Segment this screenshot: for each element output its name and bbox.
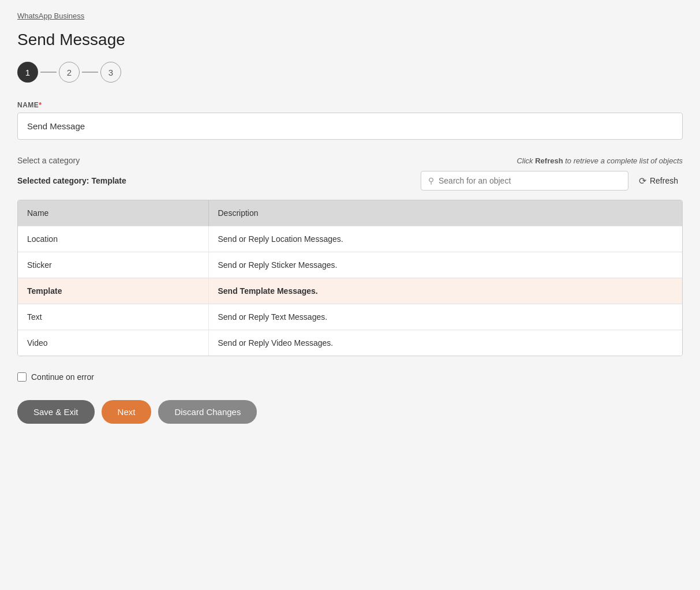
page-title: Send Message (17, 31, 683, 49)
category-label: Select a category (17, 156, 80, 165)
step-connector-1 (40, 72, 57, 73)
row-description: Send Template Messages. (208, 278, 682, 304)
save-exit-button[interactable]: Save & Exit (17, 400, 95, 424)
category-controls: Selected category: Template ⚲ ⟳ Refresh (17, 171, 683, 191)
table-header-row: Name Description (18, 200, 682, 226)
search-input[interactable] (439, 176, 621, 185)
page-container: WhatsApp Business Send Message 1 2 3 NAM… (0, 0, 700, 590)
table-row[interactable]: Sticker Send or Reply Sticker Messages. (18, 252, 682, 278)
required-star: * (39, 101, 42, 109)
discard-changes-button[interactable]: Discard Changes (158, 400, 257, 424)
row-name: Location (18, 226, 208, 252)
row-name: Template (18, 278, 208, 304)
row-name: Sticker (18, 252, 208, 278)
table-row[interactable]: Text Send or Reply Text Messages. (18, 304, 682, 330)
name-field-wrapper: NAME* (17, 101, 683, 140)
refresh-label: Refresh (650, 176, 678, 185)
row-description: Send or Reply Text Messages. (208, 304, 682, 330)
footer-actions: Save & Exit Next Discard Changes (17, 400, 683, 424)
refresh-hint: Click Refresh to retrieve a complete lis… (516, 156, 683, 165)
col-header-description: Description (208, 200, 682, 226)
step-3[interactable]: 3 (100, 62, 121, 83)
category-header: Select a category Click Refresh to retri… (17, 156, 683, 165)
breadcrumb[interactable]: WhatsApp Business (17, 12, 683, 20)
table-container: Name Description Location Send or Reply … (17, 200, 683, 356)
selected-category: Selected category: Template (17, 176, 126, 185)
col-header-name: Name (18, 200, 208, 226)
search-box[interactable]: ⚲ (421, 171, 628, 191)
step-connector-2 (82, 72, 98, 73)
table-row[interactable]: Template Send Template Messages. (18, 278, 682, 304)
category-table: Name Description Location Send or Reply … (18, 200, 682, 356)
next-button[interactable]: Next (102, 400, 152, 424)
category-section: Select a category Click Refresh to retri… (17, 156, 683, 191)
row-description: Send or Reply Sticker Messages. (208, 252, 682, 278)
row-description: Send or Reply Video Messages. (208, 330, 682, 356)
row-name: Video (18, 330, 208, 356)
name-label: NAME* (17, 101, 683, 109)
step-2[interactable]: 2 (59, 62, 80, 83)
search-refresh: ⚲ ⟳ Refresh (421, 171, 683, 191)
name-input[interactable] (17, 113, 683, 140)
step-1[interactable]: 1 (17, 62, 38, 83)
table-row[interactable]: Video Send or Reply Video Messages. (18, 330, 682, 356)
row-description: Send or Reply Location Messages. (208, 226, 682, 252)
row-name: Text (18, 304, 208, 330)
refresh-icon: ⟳ (639, 175, 646, 186)
table-row[interactable]: Location Send or Reply Location Messages… (18, 226, 682, 252)
continue-on-error-checkbox[interactable] (17, 372, 27, 382)
refresh-button[interactable]: ⟳ Refresh (634, 173, 683, 189)
stepper: 1 2 3 (17, 62, 683, 83)
search-icon: ⚲ (428, 176, 434, 185)
continue-on-error-row: Continue on error (17, 372, 683, 382)
continue-on-error-label[interactable]: Continue on error (31, 372, 94, 382)
